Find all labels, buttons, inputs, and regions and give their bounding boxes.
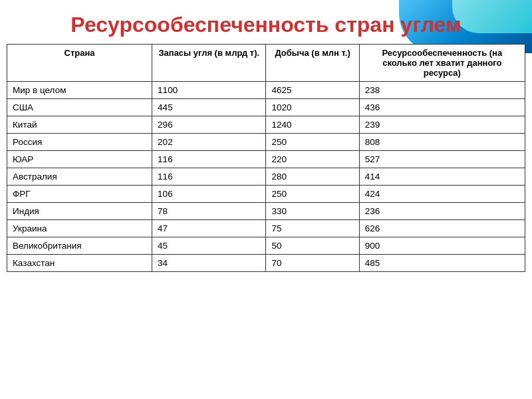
- cell-supply: 527: [359, 151, 525, 168]
- cell-country: Мир в целом: [7, 82, 152, 99]
- cell-country: ЮАР: [7, 151, 152, 168]
- table-row: Индия78330236: [7, 203, 525, 220]
- cell-reserves: 45: [152, 237, 266, 255]
- header-country: Страна: [7, 45, 152, 82]
- cell-production: 50: [266, 237, 359, 255]
- cell-reserves: 34: [152, 255, 266, 272]
- cell-reserves: 106: [152, 186, 266, 203]
- cell-production: 330: [266, 203, 359, 220]
- cell-reserves: 116: [152, 151, 266, 168]
- cell-country: Великобритания: [7, 237, 152, 255]
- cell-supply: 424: [359, 186, 525, 203]
- table-row: США4451020436: [7, 99, 525, 116]
- header-production: Добыча (в млн т.): [266, 45, 359, 82]
- cell-production: 1020: [266, 99, 359, 116]
- cell-production: 250: [266, 134, 359, 151]
- cell-reserves: 47: [152, 220, 266, 237]
- cell-country: Россия: [7, 134, 152, 151]
- cell-supply: 238: [359, 82, 525, 99]
- cell-production: 4625: [266, 82, 359, 99]
- cell-production: 70: [266, 255, 359, 272]
- cell-supply: 485: [359, 255, 525, 272]
- cell-reserves: 202: [152, 134, 266, 151]
- cell-reserves: 78: [152, 203, 266, 220]
- cell-country: Индия: [7, 203, 152, 220]
- table-row: Украина4775626: [7, 220, 525, 237]
- table-row: Казахстан3470485: [7, 255, 525, 272]
- page-title: Ресурсообеспеченность стран углем: [0, 0, 532, 44]
- table-row: ФРГ106250424: [7, 186, 525, 203]
- cell-reserves: 1100: [152, 82, 266, 99]
- cell-supply: 236: [359, 203, 525, 220]
- cell-supply: 626: [359, 220, 525, 237]
- cell-reserves: 116: [152, 168, 266, 186]
- table-container: Страна Запасы угля (в млрд т). Добыча (в…: [0, 44, 532, 279]
- cell-country: ФРГ: [7, 186, 152, 203]
- cell-supply: 808: [359, 134, 525, 151]
- cell-reserves: 445: [152, 99, 266, 116]
- cell-country: Украина: [7, 220, 152, 237]
- cell-supply: 239: [359, 116, 525, 134]
- cell-country: США: [7, 99, 152, 116]
- cell-supply: 414: [359, 168, 525, 186]
- table-row: ЮАР116220527: [7, 151, 525, 168]
- cell-production: 280: [266, 168, 359, 186]
- table-row: Великобритания4550900: [7, 237, 525, 255]
- cell-country: Казахстан: [7, 255, 152, 272]
- table-row: Китай2961240239: [7, 116, 525, 134]
- cell-country: Австралия: [7, 168, 152, 186]
- table-row: Мир в целом11004625238: [7, 82, 525, 99]
- cell-reserves: 296: [152, 116, 266, 134]
- table-row: Австралия116280414: [7, 168, 525, 186]
- cell-production: 75: [266, 220, 359, 237]
- cell-supply: 900: [359, 237, 525, 255]
- cell-country: Китай: [7, 116, 152, 134]
- cell-production: 1240: [266, 116, 359, 134]
- cell-supply: 436: [359, 99, 525, 116]
- header-supply: Ресурсообеспеченность (на сколько лет хв…: [359, 45, 525, 82]
- table-row: Россия202250808: [7, 134, 525, 151]
- coal-table: Страна Запасы угля (в млрд т). Добыча (в…: [7, 44, 525, 272]
- cell-production: 250: [266, 186, 359, 203]
- header-reserves: Запасы угля (в млрд т).: [152, 45, 266, 82]
- cell-production: 220: [266, 151, 359, 168]
